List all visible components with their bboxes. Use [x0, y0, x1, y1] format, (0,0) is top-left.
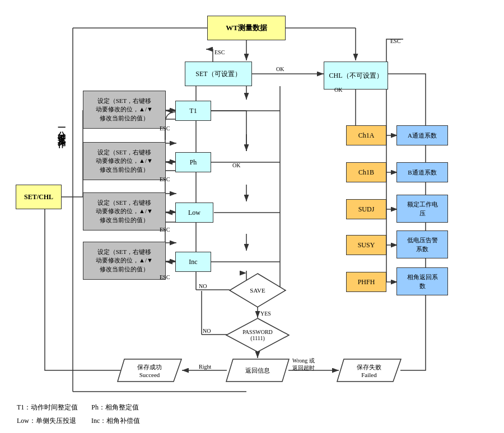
- yes-label: YES: [260, 310, 271, 317]
- no-save-label: NO: [199, 283, 207, 289]
- b-channel-box: B通道系数: [396, 162, 448, 182]
- t1-box: T1: [175, 101, 211, 121]
- svg-marker-56: [230, 274, 286, 307]
- a-channel-box: A通道系数: [396, 125, 448, 145]
- susy-box: SUSY: [346, 235, 386, 255]
- esc-ph-label: ESC: [160, 176, 170, 182]
- ph-box: Ph: [175, 152, 211, 172]
- legend: T1：动作时间整定值 Ph：相角整定值 Low：单侧失压投退 Inc：相角补偿值: [17, 401, 140, 427]
- ch1a-box: Ch1A: [346, 125, 386, 145]
- save-failed-para: 保存失败Failed: [336, 358, 402, 383]
- wrong-label: Wrong 或返回超时: [292, 357, 315, 371]
- no-pwd-label: NO: [203, 328, 211, 334]
- ph-desc-box: 设定（SET，右键移动要修改的位，▲/▼修改当前位的值）: [83, 142, 166, 180]
- low-box: Low: [175, 203, 213, 223]
- esc1-label: ESC: [214, 49, 225, 55]
- t1-desc-box: 设定（SET，右键移动要修改的位，▲/▼修改当前位的值）: [83, 91, 166, 129]
- ch1b-box: Ch1B: [346, 162, 386, 182]
- phase-return-box: 相角返回系数: [396, 267, 448, 295]
- esc-inc-label: ESC: [160, 274, 170, 280]
- inc-box: Inc: [175, 252, 211, 272]
- phfh-box: PHFH: [346, 272, 386, 292]
- wt-box: WT测量数据: [207, 16, 286, 40]
- set-box: SET（可设置）: [185, 62, 252, 86]
- inc-desc-box: 设定（SET，右键移动要修改的位，▲/▼修改当前位的值）: [83, 242, 166, 280]
- sudj-box: SUDJ: [346, 199, 386, 219]
- return-info-para: 返回信息: [225, 358, 290, 383]
- setchl-box: SET/CHL: [16, 185, 62, 209]
- ok-label: OK: [276, 66, 284, 72]
- right-label: Right: [199, 364, 211, 370]
- ok2-label: OK: [334, 87, 342, 93]
- low-desc-box: 设定（SET，右键移动要修改的位，▲/▼修改当前位的值）: [83, 192, 166, 230]
- ok3-label: OK: [232, 162, 240, 168]
- esc2-label: ESC: [390, 38, 400, 44]
- save-diamond: SAVE: [228, 272, 287, 308]
- low-voltage-box: 低电压告警系数: [396, 230, 448, 258]
- esc-t1-label: ESC: [160, 125, 170, 131]
- password-diamond: PASSWORD(1111): [225, 317, 290, 353]
- no-operation-text: 一分钟无操作: [56, 123, 66, 137]
- save-success-para: 保存成功Succeed: [116, 358, 183, 383]
- svg-marker-57: [226, 318, 289, 352]
- esc-low-label: ESC: [160, 227, 170, 233]
- rated-voltage-box: 额定工作电压: [396, 195, 448, 223]
- chl-box: CHL（不可设置）: [324, 62, 388, 90]
